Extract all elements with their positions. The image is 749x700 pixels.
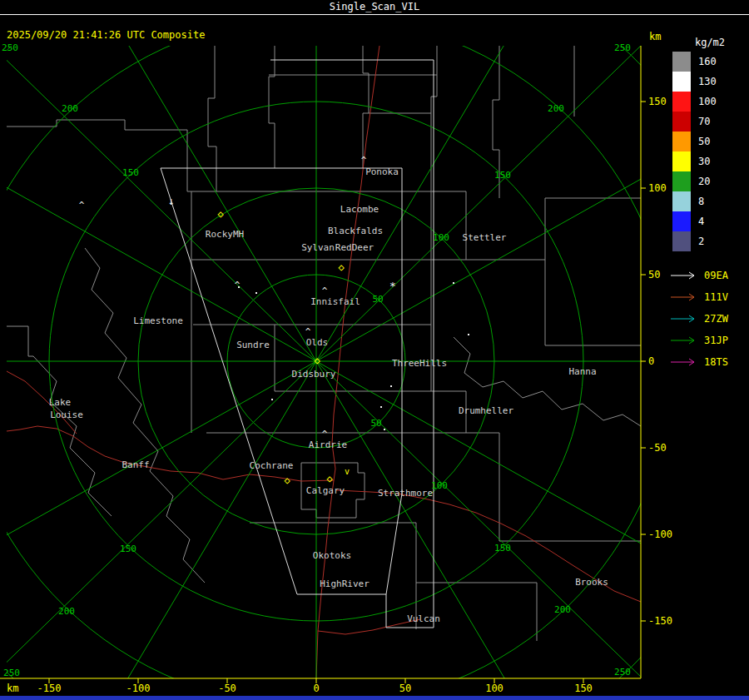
legend-entry: 50 <box>672 132 747 151</box>
legend-color-swatch <box>672 52 691 72</box>
station-legend: 09EA111V27ZW31JP18TS <box>669 265 747 373</box>
highways-segment <box>7 371 77 434</box>
station-arrow-icon <box>669 357 699 367</box>
county-boundaries-segment <box>7 326 33 356</box>
county-boundaries-segment <box>499 433 641 541</box>
legend-value: 160 <box>698 56 717 67</box>
radar-map <box>0 0 749 700</box>
highways-segment <box>7 426 334 481</box>
legend-value: 30 <box>698 156 710 167</box>
county-boundaries-segment <box>216 191 466 260</box>
county-boundaries-segment <box>416 583 537 641</box>
legend-value: 2 <box>698 236 704 247</box>
county-boundaries-segment <box>454 337 641 426</box>
legend-color-swatch <box>672 132 691 151</box>
station-id: 111V <box>704 291 728 303</box>
county-boundaries-segment <box>7 120 216 191</box>
station-id: 09EA <box>704 270 728 281</box>
station-arrow-icon <box>669 292 699 302</box>
bottom-scrollbar[interactable] <box>0 696 749 700</box>
legend-entry: 20 <box>672 171 747 191</box>
range-ring <box>0 0 749 700</box>
legend-color-scale: 16013010070503020842 <box>672 52 747 251</box>
county-boundaries-segment <box>85 248 205 583</box>
legend-value: 130 <box>698 76 717 87</box>
county-boundaries <box>7 46 641 641</box>
legend-value: 50 <box>698 136 710 147</box>
station-entry: 31JP <box>669 330 747 351</box>
legend-color-swatch <box>672 151 691 171</box>
highways <box>7 46 641 678</box>
county-boundaries-segment <box>208 46 216 191</box>
station-id: 27ZW <box>704 313 728 325</box>
county-boundaries-segment <box>545 198 641 345</box>
range-ring <box>0 15 672 700</box>
county-boundaries-segment <box>363 46 369 168</box>
legend-color-swatch <box>672 191 691 211</box>
legend-entry: 100 <box>672 92 747 112</box>
station-entry: 09EA <box>669 265 747 286</box>
legend-value: 4 <box>698 216 704 227</box>
county-boundaries-segment <box>191 191 545 260</box>
highways-segment <box>318 619 420 634</box>
county-boundaries-segment <box>301 463 365 518</box>
legend-entry: 160 <box>672 52 747 72</box>
legend-color-swatch <box>672 92 691 112</box>
county-boundaries-segment <box>431 260 466 433</box>
station-arrow-icon <box>669 314 699 324</box>
legend-entry: 2 <box>672 231 747 251</box>
county-boundaries-segment <box>250 523 416 629</box>
legend-value: 20 <box>698 176 710 187</box>
range-ring-grid <box>0 0 749 700</box>
station-id: 31JP <box>704 335 728 346</box>
legend-color-swatch <box>672 231 691 251</box>
legend-entry: 70 <box>672 112 747 132</box>
radar-coverage-outline <box>161 60 434 628</box>
station-entry: 111V <box>669 286 747 308</box>
legend-panel: kg/m2 16013010070503020842 09EA111V27ZW3… <box>672 37 747 373</box>
legend-value: 70 <box>698 116 710 127</box>
station-id: 18TS <box>704 356 728 368</box>
station-arrow-icon <box>669 271 699 280</box>
radar-coverage-outline-segment <box>270 60 434 628</box>
station-entry: 18TS <box>669 351 747 373</box>
legend-entry: 30 <box>672 151 747 171</box>
legend-color-swatch <box>672 72 691 92</box>
legend-entry: 130 <box>672 72 747 92</box>
highways-segment <box>316 46 379 678</box>
legend-color-swatch <box>672 171 691 191</box>
county-boundaries-segment <box>269 46 275 168</box>
legend-entry: 4 <box>672 211 747 231</box>
legend-title: kg/m2 <box>672 37 747 48</box>
legend-entry: 8 <box>672 191 747 211</box>
legend-color-swatch <box>672 112 691 132</box>
station-entry: 27ZW <box>669 308 747 330</box>
legend-color-swatch <box>672 211 691 231</box>
station-arrow-icon <box>669 335 699 345</box>
highways-segment <box>336 490 641 602</box>
legend-value: 8 <box>698 196 704 207</box>
county-boundaries-segment <box>493 46 499 198</box>
legend-value: 100 <box>698 96 717 107</box>
